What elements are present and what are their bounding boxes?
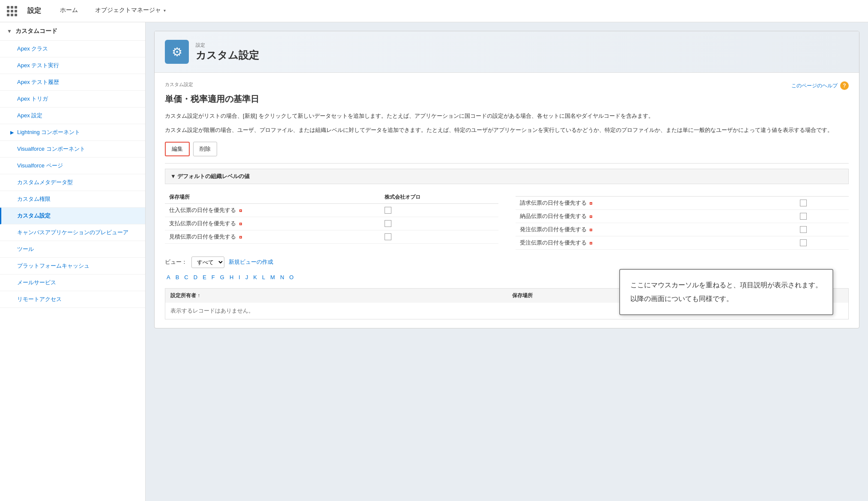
settings-icon: ⚙ xyxy=(165,40,189,64)
dashed-indicator xyxy=(590,215,592,218)
cell-label: 受注伝票の日付を優先する xyxy=(516,236,796,249)
page-header: ⚙ 設定 カスタム設定 xyxy=(155,31,859,73)
table-row: 納品伝票の日付を優先する xyxy=(516,209,849,223)
view-selector-row: ビュー： すべて 新規ビューの作成 xyxy=(165,256,849,268)
table-row: 支払伝票の日付を優先する xyxy=(165,217,498,230)
alpha-j[interactable]: J xyxy=(244,273,250,281)
view-select[interactable]: すべて xyxy=(191,256,224,268)
dashed-indicator xyxy=(590,229,592,231)
page-help-link[interactable]: このページのヘルプ ? xyxy=(791,81,849,90)
chevron-down-icon: ▾ xyxy=(164,8,166,13)
dashed-indicator xyxy=(239,223,242,225)
button-row: 編集 削除 xyxy=(165,142,849,156)
alpha-c[interactable]: C xyxy=(182,273,190,281)
app-launcher-icon[interactable] xyxy=(7,6,17,16)
sidebar-item-remote-access[interactable]: リモートアクセス xyxy=(0,291,145,308)
table-row: 仕入伝票の日付を優先する xyxy=(165,203,498,217)
sidebar-item-visualforce-component[interactable]: Visualforce コンポーネント xyxy=(0,141,145,158)
new-view-link[interactable]: 新規ビューの作成 xyxy=(229,258,273,266)
alpha-e[interactable]: E xyxy=(201,273,208,281)
sidebar-item-apex-test-run[interactable]: Apex テスト実行 xyxy=(0,57,145,74)
sidebar-item-platform-cache[interactable]: プラットフォームキャッシュ xyxy=(0,258,145,274)
table-col-owner: 設定所有者 ↑ xyxy=(165,289,507,303)
tooltip-box: ここにマウスカーソルを重ねると、項目説明が表示されます。 以降の画面についても同… xyxy=(619,269,833,315)
sidebar-item-canvas-app[interactable]: キャンバスアプリケーションのプレビューア xyxy=(0,224,145,241)
cell-checkbox[interactable] xyxy=(796,209,849,223)
table-row: 請求伝票の日付を優先する xyxy=(516,196,849,209)
left-grid: 保存場所 株式会社オプロ 仕入伝票の日付を優先する xyxy=(165,188,498,250)
right-data-table: 請求伝票の日付を優先する xyxy=(516,191,849,250)
cell-label: 見積伝票の日付を優先する xyxy=(165,230,380,243)
description-2: カスタム設定が階層の場合、ユーザ、プロファイル、または組織レベルに対してデータを… xyxy=(165,126,849,135)
cell-checkbox[interactable] xyxy=(380,217,498,230)
alpha-b[interactable]: B xyxy=(174,273,181,281)
alpha-g[interactable]: G xyxy=(218,273,226,281)
top-navigation: 設定 ホーム オブジェクトマネージャ ▾ xyxy=(0,0,868,22)
sidebar-item-custom-permission[interactable]: カスタム権限 xyxy=(0,191,145,208)
tab-home[interactable]: ホーム xyxy=(51,0,87,22)
sidebar-item-lightning-component[interactable]: ▶ Lightning コンポーネント xyxy=(0,124,145,141)
dashed-indicator xyxy=(239,209,242,212)
checkbox[interactable] xyxy=(800,200,807,206)
content-body: カスタム設定 このページのヘルプ ? 単価・税率適用の基準日 カスタム設定がリス… xyxy=(155,73,859,328)
page-header-text: 設定 カスタム設定 xyxy=(196,42,259,62)
cell-checkbox[interactable] xyxy=(796,223,849,236)
alpha-d[interactable]: D xyxy=(192,273,199,281)
cell-checkbox[interactable] xyxy=(380,230,498,243)
main-layout: ▼ カスタムコード Apex クラス Apex テスト実行 Apex テスト履歴… xyxy=(0,22,868,501)
section-divider xyxy=(165,163,849,164)
table-row: 発注伝票の日付を優先する xyxy=(516,223,849,236)
checkbox[interactable] xyxy=(385,233,391,240)
alpha-k[interactable]: K xyxy=(251,273,259,281)
breadcrumb-area: カスタム設定 このページのヘルプ ? xyxy=(165,81,849,90)
sidebar-section-custom-code[interactable]: ▼ カスタムコード xyxy=(0,22,145,41)
sidebar-item-apex-settings[interactable]: Apex 設定 xyxy=(0,107,145,124)
view-label: ビュー： xyxy=(165,258,187,266)
breadcrumb: カスタム設定 xyxy=(165,81,193,88)
cell-checkbox[interactable] xyxy=(796,196,849,209)
tab-object-manager[interactable]: オブジェクトマネージャ ▾ xyxy=(87,0,174,22)
sidebar-item-apex-test-history[interactable]: Apex テスト履歴 xyxy=(0,74,145,91)
dashed-indicator xyxy=(239,236,242,239)
delete-button[interactable]: 削除 xyxy=(193,142,217,156)
org-level-section: ▼ デフォルトの組織レベルの値 保存場所 株式会社オプロ xyxy=(165,169,849,250)
right-grid: 請求伝票の日付を優先する xyxy=(516,188,849,250)
alpha-h[interactable]: H xyxy=(228,273,235,281)
cell-label: 発注伝票の日付を優先する xyxy=(516,223,796,236)
sidebar-item-email-service[interactable]: メールサービス xyxy=(0,274,145,291)
alpha-l[interactable]: L xyxy=(260,273,267,281)
cell-checkbox[interactable] xyxy=(796,236,849,249)
section-title: 単価・税率適用の基準日 xyxy=(165,93,849,105)
cell-label: 支払伝票の日付を優先する xyxy=(165,217,380,230)
checkbox[interactable] xyxy=(800,213,807,220)
alpha-m[interactable]: M xyxy=(268,273,277,281)
alpha-f[interactable]: F xyxy=(210,273,217,281)
sidebar-item-custom-settings[interactable]: カスタム設定 xyxy=(0,208,145,224)
checkbox[interactable] xyxy=(800,226,807,233)
tooltip-line-1: ここにマウスカーソルを重ねると、項目説明が表示されます。 xyxy=(630,278,822,292)
sidebar-item-apex-class[interactable]: Apex クラス xyxy=(0,41,145,57)
cell-checkbox[interactable] xyxy=(380,203,498,217)
no-records-text: 表示するレコードはありません。 xyxy=(170,307,254,314)
edit-button[interactable]: 編集 xyxy=(165,142,190,156)
cell-label: 納品伝票の日付を優先する xyxy=(516,209,796,223)
checkbox[interactable] xyxy=(385,207,391,214)
checkbox[interactable] xyxy=(385,220,391,227)
tooltip-line-2: 以降の画面についても同様です。 xyxy=(630,292,822,306)
checkbox[interactable] xyxy=(800,239,807,246)
sidebar: ▼ カスタムコード Apex クラス Apex テスト実行 Apex テスト履歴… xyxy=(0,22,146,501)
alpha-n[interactable]: N xyxy=(278,273,286,281)
org-level-header: ▼ デフォルトの組織レベルの値 xyxy=(165,169,849,184)
page-title: カスタム設定 xyxy=(196,48,259,62)
col-header-company: 株式会社オプロ xyxy=(380,191,498,204)
help-icon: ? xyxy=(840,81,849,90)
sidebar-item-custom-metadata[interactable]: カスタムメタデータ型 xyxy=(0,174,145,191)
sidebar-item-visualforce-page[interactable]: Visualforce ページ xyxy=(0,158,145,174)
cell-label: 請求伝票の日付を優先する xyxy=(516,196,796,209)
description-1: カスタム設定がリストの場合、[新規] をクリックして新しいデータセットを追加しま… xyxy=(165,112,849,121)
alpha-i[interactable]: I xyxy=(237,273,242,281)
sidebar-item-tools[interactable]: ツール xyxy=(0,241,145,258)
alpha-a[interactable]: A xyxy=(165,273,172,281)
alpha-o[interactable]: O xyxy=(288,273,295,281)
sidebar-item-apex-trigger[interactable]: Apex トリガ xyxy=(0,91,145,107)
